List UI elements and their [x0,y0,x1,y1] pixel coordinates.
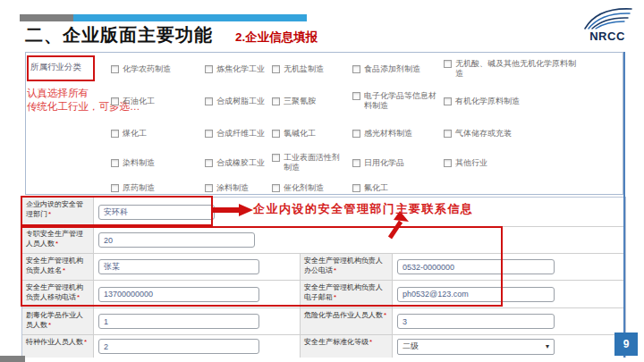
page-number-badge: 9 [614,333,638,356]
std-level-label: 安全生产标准化等级* [300,335,393,358]
checkbox-icon[interactable] [444,159,452,167]
industry-checkbox-option[interactable]: 原药制造 [111,183,205,193]
checkbox-icon[interactable] [352,159,360,167]
checkbox-label: 合成纤维工业 [216,129,265,139]
red-annotation-text: 企业内设的安全管理部门主要联系信息 [253,201,474,217]
industry-checkbox-option[interactable]: 有机化学原料制造 [444,97,587,106]
checkbox-label: 煤化工 [123,129,147,139]
checkbox-label: 感光材料制造 [364,129,412,139]
checkbox-label: 石油化工 [123,97,155,106]
slide: 二、企业版面主要功能 2.企业信息填报 NRCC 所属行业分类 认真选择所有 传… [0,0,644,362]
checkbox-icon[interactable] [205,184,213,192]
checkbox-label: 日用化学品 [364,158,404,168]
nrcc-logo: NRCC [580,5,635,43]
header-accent-bar-gray [20,14,73,21]
checkbox-icon[interactable] [272,97,280,105]
special-count-label: 特种作业人员人数* [22,335,94,358]
std-level-value: 二级 [402,341,419,352]
checkbox-icon[interactable] [272,154,280,162]
checkbox-icon[interactable] [352,130,360,138]
checkbox-icon[interactable] [205,159,213,167]
checkbox-icon[interactable] [352,184,360,192]
industry-checkbox-option[interactable]: 炼焦化学工业 [205,64,272,74]
checkbox-label: 电子化学品等信息材料制造 [364,91,438,111]
industry-checkbox-option[interactable]: 染料制造 [111,158,205,168]
toxic-count-label: 剧毒化学品作业人员人数* [22,308,94,334]
checkbox-label: 化学农药制造 [123,64,171,74]
panel-right-edge [623,52,625,358]
industry-checkbox-option[interactable]: 氯碱化工 [272,129,352,139]
red-arrow-right-icon [212,203,258,217]
industry-checkbox-option[interactable]: 感光材料制造 [352,129,444,139]
checkbox-label: 食品添加剂制造 [364,64,420,74]
checkbox-icon[interactable] [205,130,213,138]
chevron-down-icon: ▾ [546,342,549,350]
checkbox-label: 有机化学原料制造 [455,97,520,106]
std-level-select[interactable]: 二级 ▾ [397,339,555,355]
red-highlight-contact-rows [21,226,503,307]
checkbox-icon[interactable] [111,130,119,138]
industry-checkbox-option[interactable]: 电子化学品等信息材料制造 [352,91,444,111]
checkbox-label: 其他行业 [455,158,487,168]
checkbox-icon[interactable] [444,97,452,105]
checkbox-label: 三聚氰胺 [284,97,316,106]
checkbox-icon[interactable] [272,184,280,192]
red-highlight-industry-label [27,55,95,81]
checkbox-label: 染料制造 [123,158,155,168]
checkbox-label: 涂料制造 [216,183,249,193]
page-subtitle: 2.企业信息填报 [235,29,318,46]
industry-checkbox-option[interactable]: 无机酸、碱及其他无机化学原料制造 [444,59,587,79]
industry-checkbox-option[interactable]: 无机盐制造 [272,64,352,74]
checkbox-icon[interactable] [205,65,213,73]
industry-checkbox-option[interactable]: 食品添加剂制造 [352,64,444,74]
checkbox-icon[interactable] [272,130,280,138]
industry-checkbox-option[interactable]: 煤化工 [111,129,205,139]
checkbox-icon[interactable] [111,65,119,73]
hazmat-count-label: 危险化学品作业人员人数* [300,308,393,334]
industry-checkbox-option[interactable]: 三聚氰胺 [272,97,352,106]
checkbox-label: 无机盐制造 [284,64,324,74]
special-count-input[interactable]: 2 [98,339,259,354]
logo-swoosh-icon [580,5,635,30]
checkbox-label: 气体储存或充装 [455,129,512,139]
red-highlight-dept-row [21,196,213,226]
checkbox-icon[interactable] [111,184,119,192]
industry-checkbox-option[interactable]: 气体储存或充装 [444,129,587,139]
industry-checkbox-option[interactable]: 合成树脂工业 [205,97,272,106]
checkbox-label: 氟化工 [364,183,388,193]
checkbox-icon[interactable] [111,159,119,167]
checkbox-icon[interactable] [272,65,280,73]
checkbox-label: 工业表面活性剂制造 [284,153,347,173]
form-row-worker-counts: 剧毒化学品作业人员人数* 1 危险化学品作业人员人数* 3 [22,308,625,335]
industry-checkbox-option[interactable]: 涂料制造 [205,183,272,193]
industry-checkbox-option[interactable]: 催化剂制造 [272,183,352,193]
industry-checkbox-option[interactable]: 石油化工 [111,97,205,106]
checkbox-icon[interactable] [352,92,360,100]
bottom-left-corner-bar [0,356,25,362]
checkbox-label: 无机酸、碱及其他无机化学原料制造 [455,59,581,79]
checkbox-label: 合成橡胶工业 [216,158,265,168]
page-title: 二、企业版面主要功能 [25,23,213,47]
industry-checkbox-option[interactable]: 化学农药制造 [111,64,205,74]
checkbox-icon[interactable] [444,60,452,68]
checkbox-label: 催化剂制造 [284,183,324,193]
checkbox-label: 炼焦化学工业 [216,64,265,74]
toxic-count-input[interactable]: 1 [98,314,259,329]
industry-checkbox-option[interactable]: 氟化工 [352,183,444,193]
checkbox-icon[interactable] [111,97,119,105]
checkbox-label: 合成树脂工业 [216,97,265,106]
industry-checkbox-grid: 化学农药制造 炼焦化学工业 无机盐制造 食品添加剂制造 无机酸、碱及其他无机化学… [111,54,587,198]
checkbox-label: 原药制造 [123,183,155,193]
industry-checkbox-option[interactable]: 合成纤维工业 [205,129,272,139]
industry-checkbox-option[interactable]: 合成橡胶工业 [205,158,272,168]
industry-checkbox-option[interactable]: 日用化学品 [352,158,444,168]
checkbox-label: 氯碱化工 [284,129,316,139]
industry-checkbox-option[interactable]: 其他行业 [444,158,587,168]
industry-checkbox-option[interactable]: 工业表面活性剂制造 [272,153,352,173]
checkbox-icon[interactable] [352,65,360,73]
header-accent-bar-blue [73,14,307,21]
checkbox-icon[interactable] [205,97,213,105]
hazmat-count-input[interactable]: 3 [397,314,555,329]
checkbox-icon[interactable] [444,130,452,138]
logo-text: NRCC [580,29,635,43]
